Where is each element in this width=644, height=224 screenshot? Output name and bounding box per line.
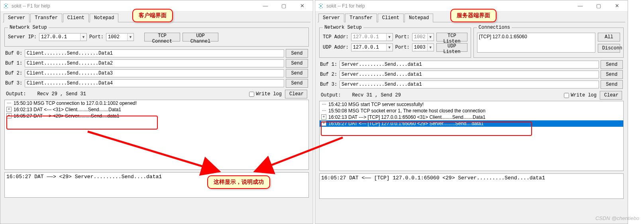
svg-point-11 xyxy=(322,7,323,8)
svg-point-13 xyxy=(320,8,321,8)
callout-server: 服务器端界面 xyxy=(450,9,497,22)
tab-client[interactable]: Client xyxy=(63,14,89,22)
svg-point-8 xyxy=(319,4,320,5)
callout-client: 客户端界面 xyxy=(132,9,173,22)
chevron-down-icon[interactable]: ▼ xyxy=(127,33,134,41)
svg-point-5 xyxy=(6,3,6,4)
minimize-button[interactable]: — xyxy=(571,1,589,11)
log-line[interactable]: 16:05:27 DAT ---> <29> Server.........Se… xyxy=(5,113,308,119)
write-log-checkbox[interactable]: Write log xyxy=(564,92,597,98)
chevron-down-icon: ▼ xyxy=(427,33,434,41)
send-button[interactable]: Send xyxy=(601,80,623,89)
send-button[interactable]: Send xyxy=(286,59,308,68)
output-label: Output: xyxy=(6,91,26,97)
tab-transfer[interactable]: Transfer xyxy=(30,14,62,22)
buf-label: Buf 3: xyxy=(5,81,23,86)
tab-server[interactable]: Server xyxy=(4,14,29,22)
udp-addr-label: UDP Addr: xyxy=(323,45,349,50)
buf-row-2: Buf 2: Send xyxy=(4,69,309,78)
udp-channel-button[interactable]: UDP Channel xyxy=(183,33,218,41)
connections-list[interactable]: [TCP] 127.0.0.1:65060 xyxy=(477,33,595,53)
output-label: Output: xyxy=(321,92,341,98)
buf-label: Buf 1: xyxy=(320,62,338,67)
buf-row-2: Buf 2: Send xyxy=(319,70,624,79)
log-output[interactable]: 15:50:10 MSG TCP connection to 127.0.0.1… xyxy=(4,100,309,170)
buf-label: Buf 0: xyxy=(5,51,23,56)
buf-input[interactable] xyxy=(25,79,284,87)
clear-button[interactable]: Clear xyxy=(285,90,307,98)
svg-point-4 xyxy=(7,7,8,8)
buf-input[interactable] xyxy=(25,69,284,77)
write-log-checkbox[interactable]: Write log xyxy=(249,91,282,97)
send-button[interactable]: Send xyxy=(286,49,308,58)
buf-input[interactable] xyxy=(340,81,599,88)
window-title: sokit -- F1 for help xyxy=(12,3,256,9)
buf-input[interactable] xyxy=(340,61,599,69)
maximize-button[interactable]: ▢ xyxy=(275,1,293,11)
connections-legend: Connections xyxy=(477,25,512,30)
udp-listen-button[interactable]: UDP Listen xyxy=(436,43,467,52)
log-line: 15:50:08 MSG TCP socket error 1, The rem… xyxy=(320,108,623,114)
svg-point-0 xyxy=(5,5,7,7)
buf-row-3: Buf 3: Send xyxy=(319,80,624,89)
clear-button[interactable]: Clear xyxy=(600,91,622,100)
app-icon xyxy=(318,3,324,9)
chevron-down-icon[interactable]: ▼ xyxy=(386,44,393,51)
tcp-addr-label: TCP Addr: xyxy=(323,34,349,40)
buf-input[interactable] xyxy=(25,49,284,57)
svg-point-6 xyxy=(6,8,6,8)
app-icon xyxy=(3,3,9,9)
output-row: Output: Recv 31 , Send 29 Write log Clea… xyxy=(319,90,624,101)
log-line[interactable]: 16:05:27 DAT <--- [TCP] 127.0.0.1:65060 … xyxy=(320,120,623,127)
server-ip-label: Server IP: xyxy=(8,34,37,40)
buf-row-1: Buf 1: Send xyxy=(4,59,309,68)
output-info: Recv 31 , Send 29 xyxy=(352,92,401,98)
buf-input[interactable] xyxy=(340,71,599,79)
send-button[interactable]: Send xyxy=(601,70,623,79)
send-button[interactable]: Send xyxy=(286,69,308,78)
log-line[interactable]: 16:02:13 DAT ---> [TCP] 127.0.0.1:65060 … xyxy=(320,114,623,120)
server-ip-input[interactable] xyxy=(39,33,87,41)
svg-point-9 xyxy=(322,4,323,5)
buf-row-1: Buf 1: Send xyxy=(319,60,624,69)
buf-label: Buf 3: xyxy=(320,82,338,87)
svg-point-10 xyxy=(319,7,320,8)
chevron-down-icon[interactable]: ▼ xyxy=(427,44,434,51)
send-button[interactable]: Send xyxy=(601,60,623,69)
maximize-button[interactable]: ▢ xyxy=(589,1,608,11)
tab-notepad[interactable]: Notepad xyxy=(90,14,118,22)
callout-success: 这样显示，说明成功 xyxy=(207,175,270,189)
port-label: Port: xyxy=(395,45,410,50)
tcp-connect-button[interactable]: TCP Connect xyxy=(144,33,180,41)
watermark: CSDN @chentiebo xyxy=(595,215,639,221)
log-line: 15:50:10 MSG TCP connection to 127.0.0.1… xyxy=(5,100,308,106)
send-button[interactable]: Send xyxy=(286,79,308,88)
tab-transfer[interactable]: Transfer xyxy=(345,14,377,22)
log-output[interactable]: 15:42:10 MSG start TCP server successful… xyxy=(319,101,624,171)
minimize-button[interactable]: — xyxy=(256,1,275,11)
disconn-button[interactable]: Disconn xyxy=(598,44,620,53)
svg-point-2 xyxy=(7,4,8,5)
tab-client[interactable]: Client xyxy=(378,14,404,22)
all-button[interactable]: All xyxy=(598,33,620,41)
tab-server[interactable]: Server xyxy=(318,14,344,22)
chevron-down-icon[interactable]: ▼ xyxy=(80,33,86,41)
detail-output[interactable]: 16:05:27 DAT <—— [TCP] 127.0.0.1:65060 <… xyxy=(319,173,624,199)
svg-point-12 xyxy=(320,3,321,4)
tcp-listen-button[interactable]: TCP Listen xyxy=(436,33,467,41)
port-label: Port: xyxy=(89,34,104,40)
svg-point-3 xyxy=(4,7,5,8)
close-button[interactable]: ✕ xyxy=(293,1,311,11)
tab-notepad[interactable]: Notepad xyxy=(404,14,433,22)
close-button[interactable]: ✕ xyxy=(608,1,626,11)
log-line[interactable]: 16:02:13 DAT <--- <31> Client........Sen… xyxy=(5,106,308,113)
log-line: 15:42:10 MSG start TCP server successful… xyxy=(320,101,623,108)
connection-item[interactable]: [TCP] 127.0.0.1:65060 xyxy=(479,34,593,39)
buf-input[interactable] xyxy=(25,59,284,67)
chevron-down-icon: ▼ xyxy=(386,33,393,41)
output-info: Recv 29 , Send 31 xyxy=(37,91,86,97)
buf-label: Buf 2: xyxy=(5,71,23,76)
port-label: Port: xyxy=(395,34,410,40)
network-setup-group: Network Setup Server IP: ▼ Port: ▼ TCP C… xyxy=(4,25,309,47)
buf-row-0: Buf 0: Send xyxy=(4,49,309,58)
